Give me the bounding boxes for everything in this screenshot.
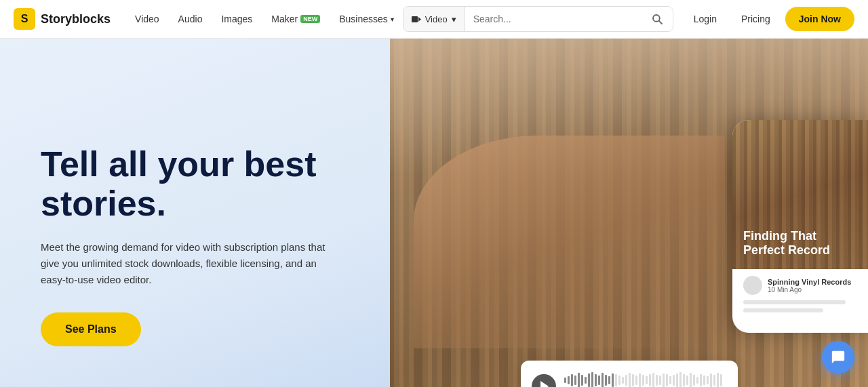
phone-text-overlay: Finding That Perfect Record	[743, 229, 857, 258]
phone-channel-name: Spinning Vinyl Records	[768, 278, 851, 286]
see-plans-button[interactable]: See Plans	[41, 312, 141, 346]
logo-icon: S	[14, 8, 35, 30]
nav-item-audio[interactable]: Audio	[170, 8, 211, 30]
nav-item-maker[interactable]: MakerNEW	[263, 8, 328, 30]
hero-title: Tell all your best stories.	[41, 145, 349, 222]
svg-point-2	[653, 15, 660, 22]
pricing-button[interactable]: Pricing	[732, 8, 780, 30]
phone-time-ago: 10 Min Ago	[768, 286, 851, 293]
nav-item-businesses[interactable]: Businesses ▾	[331, 8, 402, 30]
logo-text: Storyblocks	[41, 12, 111, 26]
audio-info: Lofi Beats	[564, 370, 727, 387]
search-button[interactable]	[642, 7, 673, 31]
phone-meta: Spinning Vinyl Records 10 Min Ago	[732, 269, 868, 295]
audio-player: Lofi Beats	[521, 361, 738, 387]
nav-item-images[interactable]: Images	[213, 8, 260, 30]
nav-item-video[interactable]: Video	[127, 8, 167, 30]
logo[interactable]: S Storyblocks	[14, 8, 111, 30]
phone-line-2	[743, 308, 823, 312]
phone-card-title: Finding That Perfect Record	[743, 229, 857, 258]
dropdown-arrow-icon: ▾	[452, 14, 456, 24]
audio-waveform	[564, 370, 727, 387]
phone-image-area: Finding That Perfect Record	[732, 120, 868, 269]
phone-avatar	[743, 276, 762, 295]
search-bar: Video ▾	[403, 6, 673, 32]
play-icon	[540, 381, 549, 387]
header: S Storyblocks Video Audio Images MakerNE…	[0, 0, 868, 39]
phone-mockup: Finding That Perfect Record Spinning Vin…	[732, 120, 868, 333]
chat-button[interactable]	[822, 341, 854, 373]
phone-line-1	[743, 300, 846, 304]
main-nav: Video Audio Images MakerNEW Businesses ▾	[127, 8, 402, 30]
main-content: Tell all your best stories. Meet the gro…	[0, 39, 868, 387]
chat-icon	[831, 350, 846, 365]
hero-subtitle: Meet the growing demand for video with s…	[41, 239, 326, 288]
svg-rect-0	[412, 16, 418, 22]
chevron-down-icon: ▾	[391, 16, 394, 23]
svg-line-3	[658, 21, 662, 24]
svg-marker-1	[418, 17, 421, 22]
join-now-button[interactable]: Join Now	[785, 7, 854, 31]
play-button[interactable]	[532, 374, 556, 387]
new-badge: NEW	[300, 15, 320, 23]
login-button[interactable]: Login	[684, 8, 726, 30]
header-right: Login Pricing Join Now	[684, 7, 854, 31]
hero-right-panel: Lofi Beats Finding That Perfect Record S…	[390, 39, 868, 387]
search-type-dropdown[interactable]: Video ▾	[403, 7, 465, 31]
phone-content-lines	[732, 295, 868, 322]
search-icon	[651, 13, 663, 25]
hero-left-panel: Tell all your best stories. Meet the gro…	[0, 39, 390, 387]
phone-channel-info: Spinning Vinyl Records 10 Min Ago	[768, 278, 851, 293]
video-icon	[412, 16, 421, 23]
search-input[interactable]	[465, 7, 642, 31]
